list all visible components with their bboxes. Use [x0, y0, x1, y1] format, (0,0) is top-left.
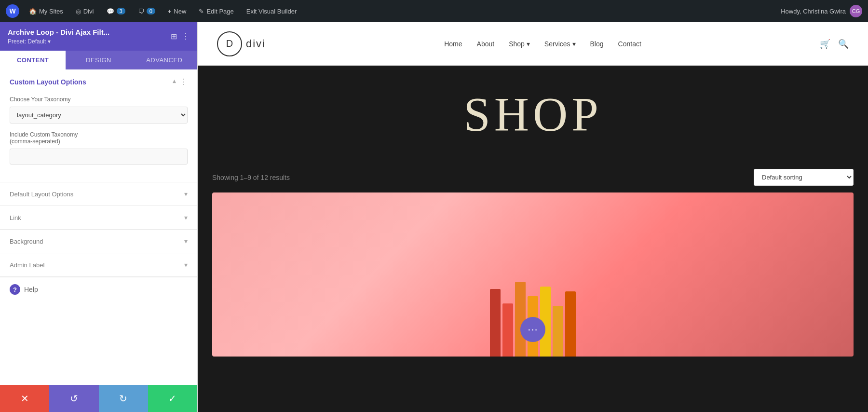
section-header-icons: ▾ ⋮ [173, 77, 188, 86]
preview-area: D divi Home About Shop ▾ Services ▾ [198, 22, 868, 412]
pencil [515, 282, 526, 357]
section-custom-layout-options-header[interactable]: Custom Layout Options ▾ ⋮ [0, 69, 197, 94]
nav-link-services[interactable]: Services ▾ [544, 40, 576, 48]
pencil [553, 306, 563, 357]
more-options-button[interactable]: ··· [520, 317, 545, 342]
logo-circle: D [217, 31, 242, 56]
help-icon[interactable]: ? [10, 284, 20, 295]
results-text: Showing 1–9 of 12 results [212, 174, 290, 181]
speech-icon: 🗨 [138, 8, 144, 15]
pencil [502, 303, 513, 357]
site-logo: D divi [217, 31, 266, 56]
sort-select[interactable]: Default sorting Sort by popularity Sort … [754, 169, 854, 186]
left-panel: Archive Loop - Divi Ajax Filt... Preset:… [0, 22, 198, 412]
cancel-button[interactable]: ✕ [0, 385, 49, 412]
admin-bar-my-sites[interactable]: 🏠 My Sites [26, 6, 66, 17]
action-bar: ✕ ↺ ↻ ✓ [0, 385, 197, 412]
help-section: ? Help [0, 277, 197, 302]
search-icon[interactable]: 🔍 [838, 39, 849, 49]
comment-icon: 💬 [107, 8, 114, 15]
more-options-icon[interactable]: ⋮ [180, 77, 188, 86]
shop-title: SHOP [463, 86, 602, 142]
section-background-header[interactable]: Background ▾ [0, 230, 197, 253]
panel-tabs: Content Design Advanced [0, 51, 197, 69]
pencil [490, 289, 501, 357]
chevron-down-icon: ▾ [184, 190, 188, 198]
site-nav-links: Home About Shop ▾ Services ▾ Blog Contac [444, 40, 641, 48]
nav-link-about[interactable]: About [477, 40, 495, 48]
section-admin-label: Admin Label ▾ [0, 253, 197, 277]
panel-header-icons: ⊞ ⋮ [171, 32, 190, 41]
wordpress-icon[interactable]: W [6, 4, 19, 18]
panel-content: Custom Layout Options ▾ ⋮ Choose Your Ta… [0, 69, 197, 385]
nav-link-contact[interactable]: Contact [618, 40, 641, 48]
divi-icon: ◎ [76, 8, 81, 15]
taxonomy-field-group: Choose Your Taxonomy layout_category lay… [10, 96, 188, 124]
admin-bar-new[interactable]: + New [165, 6, 190, 17]
admin-bar-divi[interactable]: ◎ Divi [73, 6, 97, 17]
section-link-header[interactable]: Link ▾ [0, 206, 197, 229]
section-link: Link ▾ [0, 206, 197, 230]
site-nav: D divi Home About Shop ▾ Services ▾ [198, 22, 868, 66]
edit-icon: ✎ [199, 8, 204, 15]
chevron-down-icon: ▾ [184, 214, 188, 221]
taxonomy-label: Choose Your Taxonomy [10, 96, 188, 103]
section-custom-layout-options: Custom Layout Options ▾ ⋮ Choose Your Ta… [0, 69, 197, 182]
chevron-down-icon: ▾ [572, 40, 576, 48]
main-layout: Archive Loop - Divi Ajax Filt... Preset:… [0, 22, 868, 412]
nav-link-home[interactable]: Home [444, 40, 462, 48]
custom-taxonomy-label: Include Custom Taxonomy(comma-seperated) [10, 131, 188, 145]
chevron-down-icon: ▾ [527, 40, 530, 48]
custom-taxonomy-input[interactable] [10, 149, 188, 165]
home-icon: 🏠 [29, 8, 37, 15]
admin-bar-left: W 🏠 My Sites ◎ Divi 💬 3 🗨 0 + New ✎ Edit… [6, 4, 773, 18]
admin-bar-new-comment[interactable]: 🗨 0 [135, 6, 158, 17]
admin-bar-exit-vb[interactable]: Exit Visual Builder [244, 6, 300, 17]
help-label: Help [24, 286, 38, 293]
panel-header: Archive Loop - Divi Ajax Filt... Preset:… [0, 22, 197, 51]
chevron-down-icon: ▾ [48, 38, 51, 45]
pencil [565, 291, 576, 357]
panel-menu-icon[interactable]: ⋮ [182, 32, 190, 41]
save-button[interactable]: ✓ [148, 385, 197, 412]
logo-text: divi [246, 38, 266, 50]
shop-content: Showing 1–9 of 12 results Default sortin… [198, 162, 868, 412]
admin-bar-edit-page[interactable]: ✎ Edit Page [196, 6, 236, 17]
section-background: Background ▾ [0, 230, 197, 253]
tab-advanced[interactable]: Advanced [132, 51, 197, 69]
taxonomy-select[interactable]: layout_category layout_tag layout_pack [10, 107, 188, 124]
section-background-title: Background [10, 238, 43, 245]
nav-icons: 🛒 🔍 [820, 39, 849, 49]
undo-button[interactable]: ↺ [49, 385, 98, 412]
chevron-down-icon: ▾ [184, 237, 188, 245]
shop-hero: SHOP [198, 66, 868, 162]
admin-bar-comments[interactable]: 💬 3 [104, 6, 128, 17]
plus-icon: + [168, 8, 172, 15]
section-custom-layout-body: Choose Your Taxonomy layout_category lay… [0, 96, 197, 182]
panel-expand-icon[interactable]: ⊞ [171, 32, 177, 41]
section-default-layout-title: Default Layout Options [10, 191, 73, 198]
section-admin-label-title: Admin Label [10, 261, 44, 269]
section-default-layout-header[interactable]: Default Layout Options ▾ [0, 182, 197, 206]
howdy-text: Howdy, Christina Gwira [781, 8, 846, 15]
preset-label[interactable]: Preset: Default ▾ [8, 38, 109, 45]
nav-link-blog[interactable]: Blog [590, 40, 604, 48]
section-default-layout: Default Layout Options ▾ [0, 182, 197, 206]
chevron-down-icon: ▾ [184, 261, 188, 269]
section-link-title: Link [10, 214, 21, 221]
custom-taxonomy-field-group: Include Custom Taxonomy(comma-seperated) [10, 131, 188, 165]
cart-icon[interactable]: 🛒 [820, 39, 830, 49]
admin-bar: W 🏠 My Sites ◎ Divi 💬 3 🗨 0 + New ✎ Edit… [0, 0, 868, 22]
product-area: ··· [212, 192, 854, 357]
nav-link-shop[interactable]: Shop ▾ [509, 40, 530, 48]
panel-title: Archive Loop - Divi Ajax Filt... [8, 28, 109, 36]
tab-content[interactable]: Content [0, 51, 66, 69]
chevron-up-icon: ▾ [173, 78, 176, 86]
tab-design[interactable]: Design [66, 51, 131, 69]
redo-button[interactable]: ↻ [99, 385, 148, 412]
section-admin-label-header[interactable]: Admin Label ▾ [0, 253, 197, 276]
avatar[interactable]: CG [850, 5, 862, 17]
shop-toolbar: Showing 1–9 of 12 results Default sortin… [198, 162, 868, 192]
section-custom-layout-options-title: Custom Layout Options [10, 78, 86, 86]
admin-bar-right: Howdy, Christina Gwira CG [781, 5, 862, 17]
